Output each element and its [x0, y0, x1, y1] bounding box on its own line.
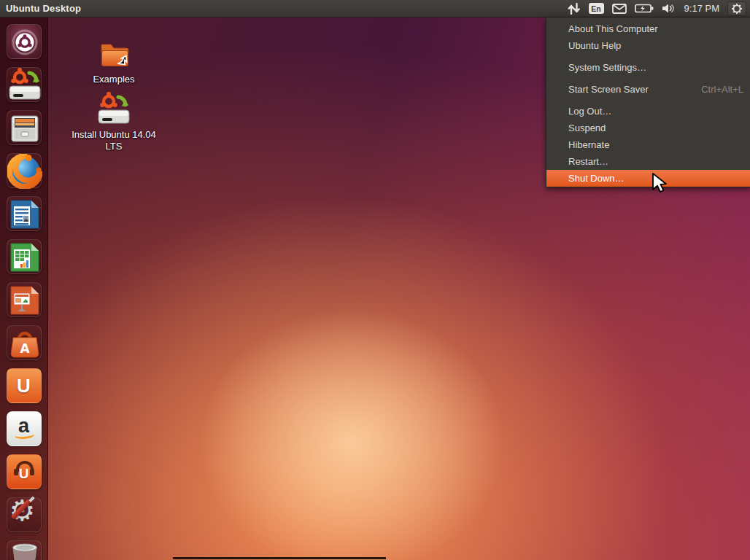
- headphone-earcup-left: [14, 469, 18, 475]
- files-icon[interactable]: [7, 110, 42, 145]
- libreoffice-calc-icon[interactable]: [7, 239, 42, 274]
- ubuntu-one-music-icon[interactable]: U: [7, 454, 42, 489]
- firefox-icon[interactable]: [7, 153, 42, 188]
- ubuntu-one-icon[interactable]: U: [7, 368, 42, 403]
- svg-text:A: A: [20, 341, 30, 356]
- menu-item-hibernate[interactable]: Hibernate: [546, 136, 750, 153]
- wallpaper-bottom-strip: [173, 557, 386, 559]
- system-settings-icon[interactable]: ⚙: [7, 497, 42, 532]
- mail-icon[interactable]: [612, 4, 627, 14]
- menu-separator: [546, 54, 750, 59]
- amazon-swoosh: [14, 430, 34, 440]
- menu-item-restart[interactable]: Restart…: [546, 153, 750, 170]
- menu-separator: [546, 98, 750, 103]
- menu-item-ubuntu-help[interactable]: Ubuntu Help: [546, 37, 750, 54]
- headphone-earcup-right: [30, 469, 34, 475]
- menu-item-suspend[interactable]: Suspend: [546, 120, 750, 136]
- mouse-cursor: [652, 173, 669, 196]
- battery-icon[interactable]: [635, 4, 654, 13]
- menu-item-system-settings[interactable]: System Settings…: [546, 59, 750, 76]
- libreoffice-writer-icon[interactable]: [7, 196, 42, 231]
- session-menu: About This Computer Ubuntu Help System S…: [546, 18, 750, 187]
- updown-arrows-icon[interactable]: [568, 3, 581, 15]
- folder-examples-icon: [96, 36, 131, 71]
- keyboard-layout-badge[interactable]: En: [589, 3, 604, 14]
- menu-item-log-out[interactable]: Log Out…: [546, 103, 750, 120]
- session-gear-icon[interactable]: [727, 1, 746, 16]
- install-ubuntu-icon: [96, 92, 131, 127]
- menu-separator: [546, 76, 750, 81]
- ubuntu-one-letter: U: [17, 375, 31, 397]
- clock[interactable]: 9:17 PM: [684, 3, 719, 14]
- amazon-icon[interactable]: a: [7, 411, 42, 446]
- menu-item-about-this-computer[interactable]: About This Computer: [546, 20, 750, 37]
- menu-accelerator: Ctrl+Alt+L: [701, 81, 743, 98]
- desktop-icon-label: Examples: [93, 74, 134, 85]
- install-ubuntu-icon[interactable]: [7, 67, 42, 102]
- desktop-icon-examples[interactable]: Examples: [63, 36, 165, 85]
- menu-item-shut-down[interactable]: Shut Down…: [546, 170, 750, 187]
- desktop-wallpaper: Examples Install Ubuntu 14.04 LTS: [0, 0, 750, 560]
- desktop-icon-install-ubuntu[interactable]: Install Ubuntu 14.04 LTS: [63, 92, 165, 152]
- software-center-icon[interactable]: A: [7, 325, 42, 360]
- desktop-icon-label: Install Ubuntu 14.04 LTS: [63, 129, 165, 152]
- unity-launcher: A U a U ⚙: [0, 18, 48, 560]
- dash-home-icon[interactable]: [7, 24, 42, 59]
- system-tray: En 9:17 PM: [568, 0, 750, 17]
- volume-icon[interactable]: [662, 3, 676, 14]
- menu-item-start-screen-saver[interactable]: Start Screen Saver Ctrl+Alt+L: [546, 81, 750, 98]
- top-panel: Ubuntu Desktop En: [0, 0, 750, 18]
- libreoffice-impress-icon[interactable]: [7, 282, 42, 317]
- panel-title: Ubuntu Desktop: [0, 3, 81, 14]
- trash-icon[interactable]: [7, 540, 42, 560]
